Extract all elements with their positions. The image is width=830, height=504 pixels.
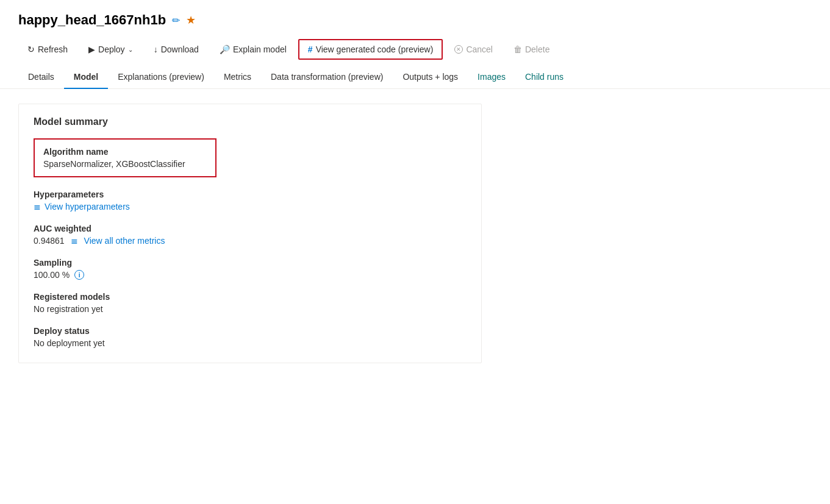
header: happy_head_1667nh1b ✏ ★ ↻ Refresh ▶ Depl… [0, 0, 830, 60]
tab-outputs-logs[interactable]: Outputs + logs [393, 66, 468, 89]
delete-button[interactable]: 🗑 Delete [504, 40, 559, 59]
auc-weighted-label: AUC weighted [34, 224, 467, 233]
view-generated-code-button[interactable]: # View generated code (preview) [298, 39, 443, 60]
algorithm-box: Algorithm name SparseNormalizer, XGBoost… [34, 138, 216, 177]
explain-icon: 🔎 [220, 44, 230, 54]
refresh-label: Refresh [38, 44, 68, 54]
deploy-icon: ▶ [88, 44, 95, 54]
sampling-group: Sampling 100.00 % i [34, 258, 467, 280]
registered-models-group: Registered models No registration yet [34, 292, 467, 314]
algorithm-value: SparseNormalizer, XGBoostClassifier [43, 159, 207, 169]
explain-model-label: Explain model [233, 44, 287, 54]
view-hyperparameters-link[interactable]: View hyperparameters [45, 202, 130, 211]
list-icon: ≣ [34, 202, 41, 211]
edit-icon[interactable]: ✏ [172, 15, 180, 26]
tab-details-label: Details [28, 72, 54, 82]
hyperparameters-link-row: ≣ View hyperparameters [34, 202, 467, 211]
refresh-icon: ↻ [27, 44, 35, 54]
deploy-label: Deploy [98, 44, 125, 54]
tab-metrics-label: Metrics [224, 72, 251, 82]
tab-model[interactable]: Model [64, 66, 108, 89]
explain-model-button[interactable]: 🔎 Explain model [210, 40, 296, 59]
download-icon: ↓ [154, 44, 158, 54]
auc-weighted-row: 0.94861 ≣ View all other metrics [34, 236, 467, 246]
hyperparameters-label: Hyperparameters [34, 190, 467, 199]
deploy-status-value: No deployment yet [34, 338, 467, 348]
content: Model summary Algorithm name SparseNorma… [0, 89, 830, 378]
deploy-status-label: Deploy status [34, 326, 467, 336]
page: happy_head_1667nh1b ✏ ★ ↻ Refresh ▶ Depl… [0, 0, 830, 504]
cancel-icon: ✕ [454, 45, 463, 54]
delete-label: Delete [525, 44, 549, 54]
tabs-row: Details Model Explanations (preview) Met… [0, 66, 830, 89]
tab-details[interactable]: Details [18, 66, 64, 89]
hash-icon: # [308, 44, 313, 54]
list-icon-metrics: ≣ [71, 236, 78, 246]
view-all-metrics-link[interactable]: View all other metrics [84, 236, 165, 246]
deploy-status-group: Deploy status No deployment yet [34, 326, 467, 348]
sampling-row: 100.00 % i [34, 270, 467, 280]
sampling-label: Sampling [34, 258, 467, 268]
cancel-label: Cancel [466, 44, 493, 54]
view-code-label: View generated code (preview) [316, 44, 434, 54]
tab-images-label: Images [478, 72, 506, 82]
tab-metrics[interactable]: Metrics [214, 66, 261, 89]
registered-models-label: Registered models [34, 292, 467, 302]
chevron-down-icon: ⌄ [128, 46, 133, 53]
hyperparameters-group: Hyperparameters ≣ View hyperparameters [34, 190, 467, 211]
tab-explanations-label: Explanations (preview) [118, 72, 204, 82]
download-button[interactable]: ↓ Download [145, 40, 208, 59]
model-summary-title: Model summary [34, 116, 467, 127]
info-icon[interactable]: i [74, 270, 84, 280]
page-title: happy_head_1667nh1b [18, 12, 166, 28]
cancel-button[interactable]: ✕ Cancel [445, 40, 502, 59]
refresh-button[interactable]: ↻ Refresh [18, 40, 77, 59]
registered-models-value: No registration yet [34, 304, 467, 314]
delete-icon: 🗑 [513, 44, 522, 54]
tab-outputs-logs-label: Outputs + logs [402, 72, 458, 82]
auc-weighted-value: 0.94861 [34, 236, 65, 246]
tab-model-label: Model [74, 72, 98, 82]
tab-images[interactable]: Images [468, 66, 515, 89]
download-label: Download [161, 44, 199, 54]
favorite-icon[interactable]: ★ [186, 13, 196, 27]
tab-child-runs-label: Child runs [525, 72, 563, 82]
auc-weighted-group: AUC weighted 0.94861 ≣ View all other me… [34, 224, 467, 246]
title-row: happy_head_1667nh1b ✏ ★ [18, 12, 812, 28]
sampling-value: 100.00 % [34, 270, 70, 280]
algorithm-label: Algorithm name [43, 147, 207, 157]
tab-child-runs[interactable]: Child runs [515, 66, 573, 89]
toolbar: ↻ Refresh ▶ Deploy ⌄ ↓ Download 🔎 Explai… [18, 39, 812, 60]
tab-explanations[interactable]: Explanations (preview) [108, 66, 214, 89]
model-summary-card: Model summary Algorithm name SparseNorma… [18, 104, 482, 363]
tab-data-transformation-label: Data transformation (preview) [271, 72, 383, 82]
deploy-button[interactable]: ▶ Deploy ⌄ [79, 40, 142, 59]
tab-data-transformation[interactable]: Data transformation (preview) [261, 66, 393, 89]
